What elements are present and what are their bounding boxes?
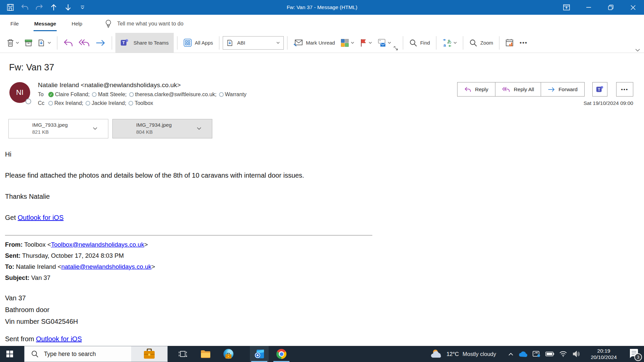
quoted-sent-line: Sent: Thursday, October 17, 2024 8:03 PM — [5, 252, 644, 259]
insights-button[interactable] — [503, 35, 517, 51]
tab-help[interactable]: Help — [64, 15, 90, 33]
chevron-down-icon — [16, 42, 19, 44]
system-tray: 12°C Mostly cloudy 20:19 — [427, 346, 644, 362]
share-to-teams-header-button[interactable]: T — [592, 82, 607, 97]
sent-from-line: Sent from Outlook for iOS — [5, 335, 644, 343]
follow-up-button[interactable] — [357, 35, 375, 51]
customize-qat-icon[interactable] — [78, 3, 87, 12]
taskbar-clock[interactable]: 20:19 20/10/2024 — [588, 348, 620, 360]
ribbon-display-options-icon[interactable] — [555, 0, 578, 15]
onedrive-icon[interactable] — [519, 351, 527, 357]
outlook-taskbar-button[interactable] — [250, 346, 269, 362]
chrome-icon — [276, 349, 286, 359]
zoom-button[interactable]: Zoom — [467, 35, 496, 51]
file-explorer-icon — [201, 350, 211, 358]
svg-text:T: T — [122, 41, 125, 45]
body-get-outlook: Get Outlook for iOS — [5, 214, 644, 222]
save-icon[interactable] — [6, 3, 15, 12]
collapse-ribbon-icon[interactable] — [635, 49, 640, 52]
tab-message[interactable]: Message — [26, 15, 64, 33]
recipient[interactable]: ✓Claire Folland; — [48, 92, 90, 98]
tablet-mode-icon[interactable] — [532, 351, 540, 357]
next-item-icon[interactable] — [63, 3, 73, 12]
email-link[interactable]: natalie@newlandsholidays.co.uk — [61, 263, 152, 270]
edge-icon — [223, 349, 233, 359]
ribbon-toolbar: T Share to Teams All Apps ABI Mark Unrea… — [0, 33, 644, 53]
edge-button[interactable] — [220, 346, 236, 362]
all-apps-button[interactable]: All Apps — [181, 35, 216, 51]
search-briefcase-icon[interactable] — [131, 346, 167, 362]
van-details: Van 37 Bathroom door Vin number SG042546… — [5, 295, 644, 325]
recipient[interactable]: Toolbox — [128, 100, 153, 106]
email-link[interactable]: Toolbox@newlandsholidays.co.uk — [51, 241, 144, 248]
reply-all-button-header[interactable]: Reply All — [495, 82, 541, 97]
recipient[interactable]: Matt Steele; — [92, 92, 126, 98]
mark-unread-button[interactable]: Mark Unread — [291, 35, 338, 51]
share-to-teams-button[interactable]: T Share to Teams — [115, 33, 174, 53]
tab-file[interactable]: File — [3, 15, 26, 33]
titlebar: Fw: Van 37 - Message (HTML) — [0, 0, 644, 15]
translate-button[interactable]: あa — [440, 35, 460, 51]
send-options-button[interactable] — [375, 35, 394, 51]
start-button[interactable] — [0, 346, 19, 362]
reply-button-header[interactable]: Reply — [457, 82, 495, 97]
taskbar-weather[interactable]: 12°C Mostly cloudy — [427, 349, 500, 359]
sender-avatar[interactable]: NI — [9, 82, 30, 103]
body-thanks: Thanks Natalie — [5, 193, 644, 200]
teams-icon: T — [596, 85, 604, 94]
quick-steps-abi[interactable]: ABI — [223, 36, 284, 50]
outlook-ios-link[interactable]: Outlook for iOS — [36, 335, 82, 343]
chevron-down-icon — [453, 42, 457, 44]
previous-item-icon[interactable] — [49, 3, 58, 12]
close-button[interactable] — [622, 0, 644, 15]
minimize-button[interactable] — [578, 0, 600, 15]
svg-text:あ: あ — [447, 39, 451, 44]
move-to-button[interactable] — [35, 35, 54, 51]
restore-button[interactable] — [600, 0, 622, 15]
attachments: IMG_7933.jpeg 821 KB IMG_7934.jpeg 804 K… — [8, 119, 644, 138]
recipient[interactable]: Warranty — [219, 92, 247, 98]
chrome-taskbar-button[interactable] — [272, 346, 291, 362]
archive-button[interactable] — [22, 35, 35, 51]
message-date: Sat 19/10/2024 09:00 — [584, 100, 633, 106]
battery-icon[interactable] — [545, 352, 554, 356]
message-subject: Fw: Van 37 — [9, 62, 644, 73]
message-actions: Reply Reply All Forward T ••• Sat — [457, 82, 633, 106]
recipient[interactable]: Jackie Ireland; — [86, 100, 126, 106]
more-commands-button[interactable]: ••• — [517, 35, 530, 51]
dialog-launcher-icon[interactable] — [394, 46, 398, 51]
forward-button-header[interactable]: Forward — [541, 82, 585, 97]
chevron-down-icon — [351, 42, 354, 44]
file-explorer-button[interactable] — [198, 346, 214, 362]
quick-access-toolbar — [0, 3, 87, 12]
outlook-ios-link[interactable]: Outlook for iOS — [18, 214, 64, 221]
forward-button[interactable] — [93, 35, 108, 51]
notification-center-button[interactable]: 3 — [628, 348, 639, 360]
recipient[interactable]: Rex Ireland; — [48, 100, 83, 106]
taskbar: Type here to search — [0, 346, 644, 362]
tell-me-box[interactable]: Tell me what you want to do — [117, 21, 183, 27]
attachment-chip[interactable]: IMG_7934.jpeg 804 KB — [112, 119, 212, 138]
reply-button[interactable] — [61, 35, 76, 51]
separator — [403, 36, 403, 50]
categorize-button[interactable] — [338, 35, 357, 51]
attachment-chip[interactable]: IMG_7933.jpeg 821 KB — [8, 119, 108, 138]
delete-button[interactable] — [4, 35, 22, 51]
taskbar-search[interactable]: Type here to search — [24, 346, 168, 362]
show-hidden-icons-chevron[interactable] — [508, 353, 514, 356]
notification-badge: 3 — [634, 353, 642, 361]
more-actions-button[interactable]: ••• — [616, 82, 633, 97]
no-response-icon — [129, 92, 134, 97]
separator — [177, 36, 177, 50]
wifi-icon[interactable] — [559, 351, 567, 357]
find-button[interactable]: Find — [407, 35, 433, 51]
message-body: Hi Please find attached the photos and d… — [5, 150, 644, 343]
task-view-button[interactable] — [175, 346, 191, 362]
volume-icon[interactable] — [572, 351, 580, 357]
reply-all-button[interactable] — [76, 35, 93, 51]
chevron-down-icon — [197, 127, 201, 130]
chevron-down-icon — [276, 42, 280, 44]
outlook-message-window: Fw: Van 37 - Message (HTML) File Message… — [0, 0, 644, 362]
quoted-header: From: Toolbox <Toolbox@newlandsholidays.… — [5, 241, 644, 281]
recipient[interactable]: theresa.clarke@swiftleisure.co.uk; — [129, 92, 217, 98]
